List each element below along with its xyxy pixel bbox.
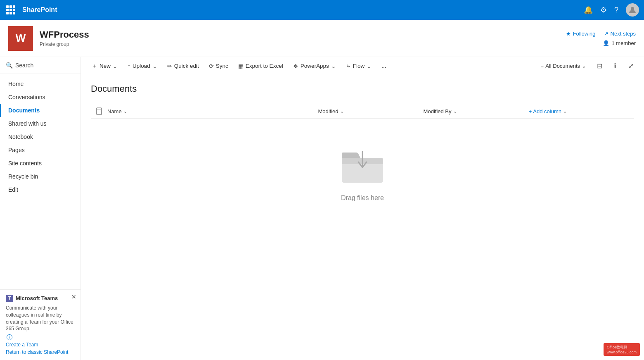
help-icon[interactable]: ?	[614, 6, 618, 14]
powerapps-button[interactable]: ❖ PowerApps ⌄	[289, 60, 340, 72]
export-excel-button[interactable]: ▦ Export to Excel	[234, 60, 287, 72]
flow-label: Flow	[353, 63, 365, 69]
site-logo: W	[8, 26, 33, 51]
create-team-link[interactable]: Create a Team	[6, 342, 75, 348]
col-name-header[interactable]: Name ⌄	[107, 108, 318, 114]
info-icon: ℹ	[614, 62, 616, 70]
upload-icon: ↑	[128, 63, 130, 69]
following-button[interactable]: ★ Following	[566, 31, 596, 37]
documents-area: Documents Name ⌄ Modified ⌄ Modified By …	[81, 75, 644, 360]
excel-icon: ▦	[238, 63, 244, 69]
site-header-right: ★ Following ↗ Next steps 👤 1 member	[566, 20, 636, 57]
modified-col-label: Modified	[318, 108, 338, 114]
powerapps-label: PowerApps	[301, 63, 329, 69]
flow-chevron-icon: ⌄	[367, 63, 372, 69]
more-label: ...	[381, 63, 386, 69]
plus-icon: ＋	[92, 62, 97, 70]
powerapps-chevron-icon: ⌄	[331, 63, 336, 69]
watermark-line2: www.office26.com	[607, 350, 637, 354]
teams-title: Microsoft Teams	[16, 295, 58, 301]
info-button[interactable]: ℹ	[608, 60, 622, 73]
filter-button[interactable]: ⊟	[593, 60, 606, 73]
fullscreen-button[interactable]: ⤢	[624, 60, 637, 73]
close-promo-button[interactable]: ✕	[71, 294, 76, 300]
top-navigation: SharePoint 🔔 ⚙ ?	[0, 0, 644, 20]
main-layout: 🔍 Search Home Conversations Documents Sh…	[0, 57, 644, 360]
settings-icon[interactable]: ⚙	[600, 5, 607, 14]
add-col-label: + Add column	[529, 108, 561, 114]
search-label: Search	[15, 62, 33, 69]
sidebar-item-conversations[interactable]: Conversations	[0, 91, 80, 104]
sync-button[interactable]: ⟳ Sync	[205, 60, 232, 72]
nav-right: 🔔 ⚙ ?	[584, 3, 639, 17]
sidebar-item-recycle-bin[interactable]: Recycle bin	[0, 170, 80, 183]
site-subtitle: Private group	[40, 41, 89, 47]
upload-chevron-icon: ⌄	[152, 63, 157, 69]
waffle-menu-button[interactable]	[5, 4, 17, 16]
quick-edit-button[interactable]: ✏ Quick edit	[163, 60, 203, 72]
sidebar-item-shared-with-us[interactable]: Shared with us	[0, 117, 80, 130]
sidebar-item-documents[interactable]: Documents	[0, 104, 80, 117]
svg-point-0	[631, 7, 634, 10]
member-count-label: 1 member	[611, 40, 636, 46]
folder-illustration	[338, 143, 387, 186]
more-button[interactable]: ...	[377, 60, 390, 72]
toolbar: ＋ New ⌄ ↑ Upload ⌄ ✏ Quick edit ⟳ Sync ▦…	[81, 57, 644, 75]
modified-by-sort-icon: ⌄	[453, 109, 457, 114]
next-steps-icon: ↗	[604, 31, 608, 37]
quick-edit-label: Quick edit	[174, 63, 199, 69]
col-modified-header[interactable]: Modified ⌄	[318, 108, 423, 114]
sync-icon: ⟳	[209, 63, 214, 69]
watermark-line1: Office教程网	[607, 345, 637, 350]
sidebar-item-pages[interactable]: Pages	[0, 143, 80, 157]
upload-button[interactable]: ↑ Upload ⌄	[123, 60, 161, 72]
fullscreen-icon: ⤢	[628, 62, 634, 70]
add-col-chevron: ⌄	[563, 109, 567, 114]
new-button[interactable]: ＋ New ⌄	[88, 60, 122, 72]
svg-rect-1	[97, 108, 102, 114]
export-excel-label: Export to Excel	[246, 63, 283, 69]
toolbar-right: ≡ All Documents ⌄ ⊟ ℹ ⤢	[537, 60, 637, 73]
site-header: W WFProcess Private group ★ Following ↗ …	[0, 20, 644, 57]
star-icon: ★	[566, 31, 571, 37]
view-chevron-icon: ⌄	[582, 63, 586, 69]
documents-title: Documents	[91, 83, 634, 94]
edit-icon: ✏	[167, 63, 172, 69]
info-icon[interactable]: i	[7, 334, 12, 340]
site-title: WFProcess	[40, 29, 89, 40]
sidebar-item-notebook[interactable]: Notebook	[0, 130, 80, 143]
site-header-actions: ★ Following ↗ Next steps	[566, 31, 636, 37]
col-check	[91, 107, 107, 115]
col-modified-by-header[interactable]: Modified By ⌄	[424, 108, 529, 114]
sidebar-item-edit[interactable]: Edit	[0, 183, 80, 196]
view-label: All Documents	[545, 63, 580, 69]
person-icon: 👤	[603, 40, 609, 46]
col-add-header[interactable]: + Add column ⌄	[529, 108, 634, 114]
upload-label: Upload	[133, 63, 150, 69]
sync-label: Sync	[216, 63, 228, 69]
search-button[interactable]: 🔍 Search	[0, 57, 80, 74]
return-classic-link[interactable]: Return to classic SharePoint	[6, 349, 75, 355]
powerapps-icon: ❖	[293, 63, 298, 69]
user-avatar[interactable]	[626, 3, 639, 17]
app-name: SharePoint	[22, 6, 57, 14]
teams-icon: T	[6, 295, 13, 302]
empty-state: Drag files here	[91, 119, 634, 226]
view-selector-button[interactable]: ≡ All Documents ⌄	[537, 60, 590, 72]
view-lines-icon: ≡	[541, 63, 544, 69]
sidebar-footer: ✕ T Microsoft Teams Communicate with you…	[0, 289, 80, 360]
following-label: Following	[573, 31, 596, 37]
flow-button[interactable]: ⤷ Flow ⌄	[342, 60, 376, 72]
search-icon: 🔍	[6, 62, 13, 69]
new-label: New	[99, 63, 111, 69]
site-info: WFProcess Private group	[40, 29, 89, 47]
sidebar-item-site-contents[interactable]: Site contents	[0, 157, 80, 170]
sidebar-item-home[interactable]: Home	[0, 77, 80, 91]
sidebar: 🔍 Search Home Conversations Documents Sh…	[0, 57, 81, 360]
watermark: Office教程网 www.office26.com	[604, 343, 640, 356]
next-steps-label: Next steps	[611, 31, 636, 37]
flow-icon: ⤷	[346, 63, 351, 69]
next-steps-button[interactable]: ↗ Next steps	[604, 31, 636, 37]
notifications-icon[interactable]: 🔔	[584, 5, 593, 14]
document-table-header: Name ⌄ Modified ⌄ Modified By ⌄ + Add co…	[91, 104, 634, 119]
